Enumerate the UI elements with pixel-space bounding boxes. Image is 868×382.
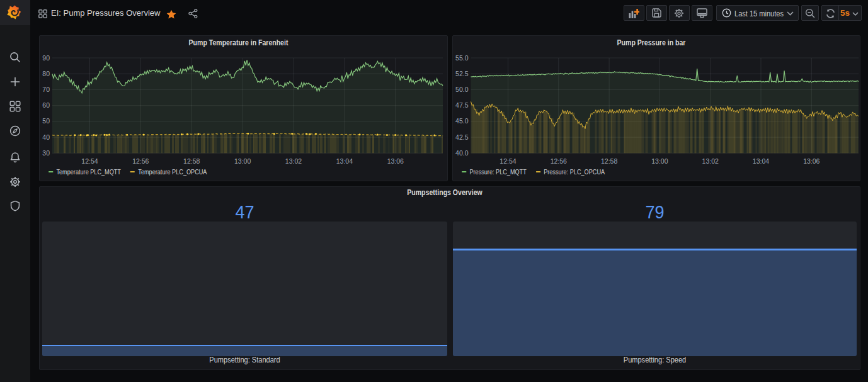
svg-text:13:02: 13:02 bbox=[702, 157, 719, 165]
svg-text:13:06: 13:06 bbox=[387, 157, 404, 165]
svg-text:12:56: 12:56 bbox=[132, 157, 149, 165]
svg-text:47.5: 47.5 bbox=[455, 101, 469, 109]
svg-text:90: 90 bbox=[42, 54, 50, 62]
svg-text:13:04: 13:04 bbox=[753, 157, 769, 165]
svg-text:60: 60 bbox=[42, 101, 50, 109]
svg-text:50.0: 50.0 bbox=[455, 86, 469, 93]
svg-text:42.5: 42.5 bbox=[455, 133, 469, 141]
svg-text:12:56: 12:56 bbox=[551, 157, 567, 165]
svg-text:13:04: 13:04 bbox=[336, 157, 353, 165]
svg-text:30: 30 bbox=[42, 149, 50, 157]
svg-text:12:58: 12:58 bbox=[601, 157, 617, 165]
svg-text:70: 70 bbox=[42, 86, 50, 93]
svg-text:12:54: 12:54 bbox=[500, 157, 516, 165]
svg-text:45.0: 45.0 bbox=[455, 117, 469, 125]
svg-text:12:58: 12:58 bbox=[183, 157, 200, 165]
svg-text:12:54: 12:54 bbox=[81, 157, 98, 165]
svg-text:40.0: 40.0 bbox=[455, 149, 469, 157]
svg-text:80: 80 bbox=[42, 70, 50, 77]
svg-text:55.0: 55.0 bbox=[455, 54, 469, 62]
svg-text:13:02: 13:02 bbox=[285, 157, 302, 165]
svg-text:13:06: 13:06 bbox=[803, 157, 819, 165]
svg-text:13:00: 13:00 bbox=[651, 157, 668, 165]
svg-text:50: 50 bbox=[42, 117, 50, 125]
svg-text:13:00: 13:00 bbox=[234, 157, 251, 165]
svg-text:40: 40 bbox=[42, 133, 50, 141]
svg-text:52.5: 52.5 bbox=[455, 70, 469, 77]
